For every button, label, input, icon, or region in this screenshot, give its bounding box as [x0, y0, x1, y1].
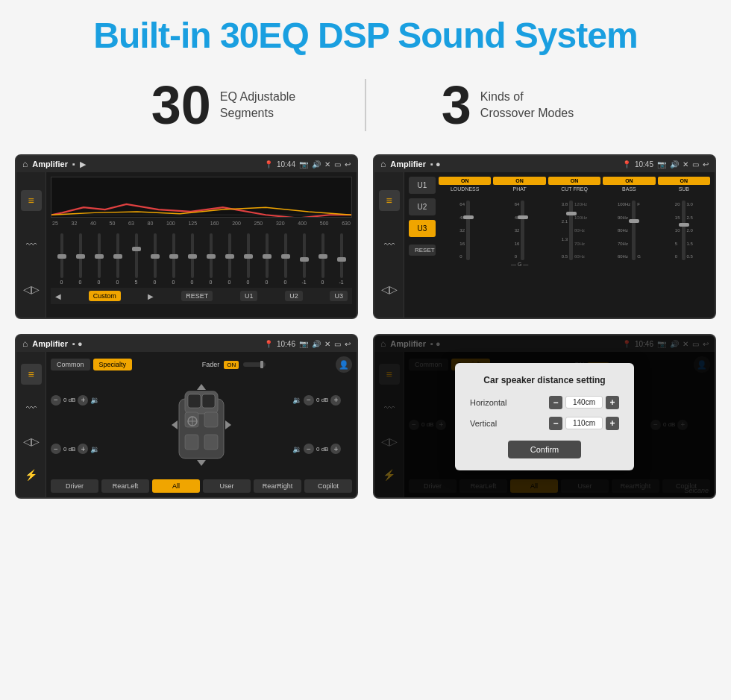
profile-icon[interactable]: 👤: [336, 356, 352, 373]
sidebar-vol-icon[interactable]: ◁▷: [21, 279, 42, 300]
horizontal-minus-btn[interactable]: −: [549, 396, 562, 409]
location-icon-cx: 📍: [622, 160, 631, 168]
rr-minus[interactable]: −: [304, 444, 314, 454]
sidebar-wave-icon[interactable]: 〰: [21, 234, 42, 255]
minimize-icon[interactable]: ▭: [334, 160, 341, 168]
rl-minus[interactable]: −: [51, 444, 61, 454]
rl-value: 0 dB: [63, 446, 75, 453]
volume-icon-cx[interactable]: 🔊: [670, 160, 679, 168]
sidebar-wave-icon-cx[interactable]: 〰: [379, 234, 400, 255]
play-icon[interactable]: ▶: [80, 160, 86, 169]
close-icon[interactable]: ✕: [324, 160, 330, 168]
btn-u3[interactable]: U3: [330, 291, 348, 301]
fl-minus[interactable]: −: [51, 395, 61, 406]
slider-track-10[interactable]: [247, 233, 250, 278]
slider-col-15: -1: [332, 233, 351, 285]
slider-track-5[interactable]: [154, 233, 157, 278]
slider-track-12[interactable]: [284, 233, 287, 278]
btn-user[interactable]: User: [203, 479, 251, 493]
btn-rearleft[interactable]: RearLeft: [101, 479, 149, 493]
preset-u2[interactable]: U2: [409, 198, 436, 215]
back-icon-sp[interactable]: ↩: [345, 340, 351, 348]
back-icon-cx[interactable]: ↩: [703, 160, 709, 168]
btn-reset[interactable]: RESET: [181, 291, 213, 301]
slider-cutfreq[interactable]: [569, 201, 573, 260]
slider-track-13[interactable]: [303, 233, 306, 278]
btn-custom[interactable]: Custom: [89, 291, 121, 301]
vertical-minus-btn[interactable]: −: [549, 417, 562, 430]
sidebar-vol-icon-cx[interactable]: ◁▷: [379, 279, 400, 300]
btn-u1[interactable]: U1: [240, 291, 258, 301]
back-icon[interactable]: ↩: [345, 160, 351, 168]
btn-all[interactable]: All: [152, 479, 200, 493]
slider-loudness[interactable]: [466, 201, 470, 260]
toggle-sub[interactable]: ON: [658, 177, 710, 185]
slider-track-11[interactable]: [266, 233, 269, 278]
home-icon-cx[interactable]: ⌂: [380, 159, 386, 169]
sidebar-bt-icon-sp[interactable]: ⚡: [21, 464, 42, 485]
slider-col-5: 0: [145, 233, 164, 285]
slider-track-3[interactable]: [116, 233, 119, 278]
topbar-crossover: ⌂ Amplifier ▪ ● 📍 10:45 📷 🔊 ✕ ▭ ↩: [374, 156, 715, 172]
slider-track-9[interactable]: [228, 233, 231, 278]
btn-rearright[interactable]: RearRight: [254, 479, 301, 493]
sidebar-wave-icon-sp[interactable]: 〰: [21, 397, 42, 418]
sidebar-sp: ≡ 〰 ◁▷ ⚡: [16, 352, 46, 497]
slider-phat[interactable]: [521, 201, 524, 260]
home-icon[interactable]: ⌂: [22, 159, 28, 169]
toggle-loudness[interactable]: ON: [439, 177, 491, 185]
next-arrow[interactable]: ▶: [148, 292, 154, 300]
location-icon: 📍: [264, 160, 273, 168]
eq-graph: [51, 177, 352, 218]
sidebar-vol-icon-sp[interactable]: ◁▷: [21, 431, 42, 452]
vertical-plus-btn[interactable]: +: [606, 417, 619, 430]
eq-curve-svg: [51, 177, 351, 218]
slider-sub[interactable]: [682, 201, 685, 260]
btn-u2[interactable]: U2: [285, 291, 303, 301]
dialog-title: Car speaker distance setting: [470, 375, 619, 385]
close-icon-sp[interactable]: ✕: [324, 340, 330, 348]
preset-u1[interactable]: U1: [409, 177, 436, 194]
num-labels-phat: 644832160: [515, 201, 520, 260]
fl-value: 0 dB: [63, 397, 75, 403]
rr-plus[interactable]: +: [330, 444, 341, 454]
preset-u3[interactable]: U3: [409, 220, 436, 237]
btn-copilot[interactable]: Copilot: [304, 479, 352, 493]
slider-bass[interactable]: [632, 201, 636, 260]
toggle-cutfreq[interactable]: ON: [548, 177, 600, 185]
volume-icon[interactable]: 🔊: [312, 160, 321, 168]
slider-track-7[interactable]: [191, 233, 194, 278]
fr-plus[interactable]: +: [330, 395, 341, 406]
tab-common[interactable]: Common: [51, 359, 90, 371]
slider-track-2[interactable]: [98, 233, 101, 278]
screen-crossover: ⌂ Amplifier ▪ ● 📍 10:45 📷 🔊 ✕ ▭ ↩ ≡ 〰 ◁▷: [373, 154, 716, 319]
minimize-icon-cx[interactable]: ▭: [692, 160, 699, 168]
horizontal-plus-btn[interactable]: +: [606, 396, 619, 409]
close-icon-cx[interactable]: ✕: [683, 160, 688, 168]
slider-track-15[interactable]: [340, 233, 343, 278]
sidebar-eq-icon-sp[interactable]: ≡: [21, 364, 42, 385]
minimize-icon-sp[interactable]: ▭: [334, 340, 341, 348]
toggle-bass[interactable]: ON: [603, 177, 655, 185]
slider-track-0[interactable]: [60, 233, 63, 278]
fl-plus[interactable]: +: [78, 395, 88, 406]
fader-on[interactable]: ON: [224, 361, 239, 369]
slider-track-6[interactable]: [172, 233, 175, 278]
home-icon-sp[interactable]: ⌂: [22, 338, 28, 349]
slider-track-4[interactable]: [135, 233, 138, 278]
prev-arrow[interactable]: ◀: [55, 292, 61, 300]
tab-specialty[interactable]: Specialty: [93, 359, 133, 371]
sidebar-eq-icon-cx[interactable]: ≡: [379, 190, 400, 211]
slider-track-8[interactable]: [210, 233, 213, 278]
slider-track-14[interactable]: [321, 233, 324, 278]
reset-btn-cx[interactable]: RESET: [409, 245, 436, 256]
fader-slider[interactable]: [243, 362, 266, 367]
fr-minus[interactable]: −: [304, 395, 314, 406]
confirm-button[interactable]: Confirm: [508, 441, 582, 458]
slider-track-1[interactable]: [79, 233, 82, 278]
btn-driver[interactable]: Driver: [51, 479, 98, 493]
toggle-phat[interactable]: ON: [493, 177, 545, 185]
sidebar-eq-icon[interactable]: ≡: [21, 190, 42, 211]
rl-plus[interactable]: +: [78, 444, 88, 454]
volume-icon-sp[interactable]: 🔊: [312, 340, 321, 348]
